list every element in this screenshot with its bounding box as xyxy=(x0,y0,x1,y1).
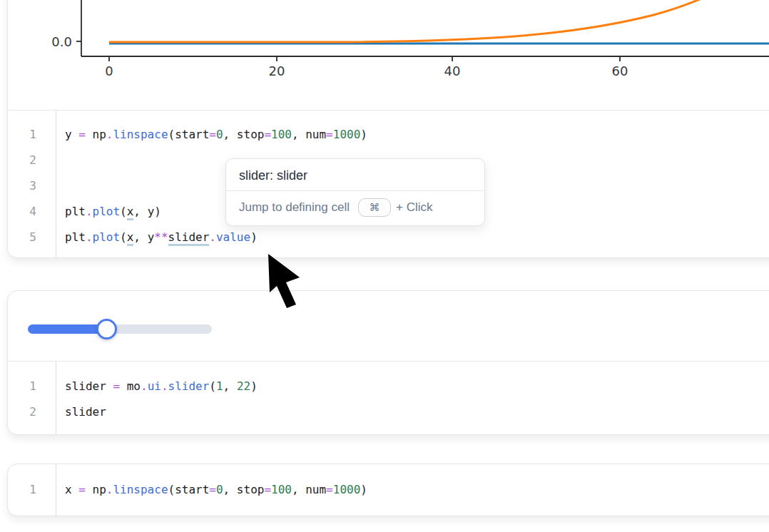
code-token: plot xyxy=(93,205,121,218)
code-token: mo xyxy=(120,379,141,393)
code-token: linspace xyxy=(113,483,168,496)
series-line-orange xyxy=(109,0,751,42)
code-token: ) xyxy=(360,483,367,496)
code-line[interactable]: 2slider xyxy=(8,399,769,425)
variable-occurrence: slider xyxy=(168,230,210,246)
slider-output xyxy=(8,291,769,361)
code-token: . xyxy=(86,205,93,218)
code-line[interactable]: 5plt.plot(x, y**slider.value) xyxy=(8,225,769,250)
code-token: 100 xyxy=(271,128,292,141)
code-token: . xyxy=(161,379,168,393)
code-editor[interactable]: 1slider = mo.ui.slider(1, 22)2slider xyxy=(8,362,769,434)
y-tick-label: 0.0 xyxy=(51,34,72,49)
x-tick-label: 60 xyxy=(612,63,628,78)
code-token: , stop xyxy=(223,128,265,141)
x-tick-label: 40 xyxy=(444,63,461,78)
code-token: ** xyxy=(154,230,168,244)
x-tick-label: 0 xyxy=(105,63,113,78)
code-token: = xyxy=(113,379,120,393)
code-token: np xyxy=(86,483,106,496)
code-text[interactable] xyxy=(56,173,65,199)
code-token: . xyxy=(86,230,93,244)
code-token: . xyxy=(106,128,113,141)
code-text[interactable]: x = np.linspace(start=0, stop=100, num=1… xyxy=(56,477,367,503)
code-text[interactable]: slider = mo.ui.slider(1, 22) xyxy=(56,374,258,399)
code-token: ( xyxy=(120,205,127,218)
code-token: slider xyxy=(65,405,106,419)
code-text[interactable] xyxy=(56,148,65,173)
plot-output: 0.0 0 20 40 60 xyxy=(8,0,769,110)
code-token: , y) xyxy=(133,205,161,218)
code-token: = xyxy=(78,483,86,496)
code-token: . xyxy=(106,483,113,496)
code-token: (start xyxy=(168,128,210,141)
line-number: 1 xyxy=(8,374,56,399)
code-token: . xyxy=(209,230,216,244)
code-token: , xyxy=(223,379,237,393)
line-number: 2 xyxy=(8,148,56,173)
code-token: slider xyxy=(168,379,210,393)
code-token: x xyxy=(65,483,78,496)
code-token: ) xyxy=(250,379,258,393)
code-token: plt xyxy=(65,230,86,244)
x-definition-cell: 1x = np.linspace(start=0, stop=100, num=… xyxy=(7,464,769,516)
code-token: = xyxy=(326,483,333,496)
code-token: ) xyxy=(360,128,367,141)
code-token: plot xyxy=(93,230,121,244)
code-token: ui xyxy=(148,379,161,393)
code-token: , num xyxy=(292,483,326,496)
gutter-rule xyxy=(56,464,56,516)
code-token: linspace xyxy=(113,128,168,141)
variable-occurrence: x xyxy=(127,205,134,220)
code-line[interactable]: 1y = np.linspace(start=0, stop=100, num=… xyxy=(8,122,769,148)
x-tick-label: 20 xyxy=(269,63,285,78)
code-token: 1000 xyxy=(333,483,361,496)
code-text[interactable]: slider xyxy=(56,399,106,425)
gutter-rule xyxy=(56,362,56,434)
code-token: 1 xyxy=(216,379,223,393)
code-token: 22 xyxy=(237,379,250,393)
line-number: 3 xyxy=(8,173,56,199)
code-token: 1000 xyxy=(333,128,361,141)
mouse-cursor-icon xyxy=(264,251,307,315)
code-token: y xyxy=(65,128,78,141)
slider-thumb[interactable] xyxy=(96,319,117,339)
code-token: 0 xyxy=(216,128,223,141)
tooltip-action-row: Jump to defining cell ⌘ + Click xyxy=(226,191,484,225)
code-token: ( xyxy=(209,379,216,393)
slider-track[interactable] xyxy=(28,324,212,334)
code-token: ) xyxy=(250,230,258,244)
code-token: = xyxy=(326,128,333,141)
code-token: plt xyxy=(65,205,86,218)
code-line[interactable]: 1x = np.linspace(start=0, stop=100, num=… xyxy=(8,477,769,503)
hover-tooltip: slider: slider Jump to defining cell ⌘ +… xyxy=(225,158,485,226)
tooltip-action-suffix: + Click xyxy=(396,200,432,215)
code-line[interactable]: 1slider = mo.ui.slider(1, 22) xyxy=(8,374,769,399)
code-text[interactable]: plt.plot(x, y) xyxy=(56,199,161,225)
code-token: , stop xyxy=(223,483,265,496)
code-text[interactable]: plt.plot(x, y**slider.value) xyxy=(56,225,258,250)
code-token: = xyxy=(78,128,86,141)
code-token: (start xyxy=(168,483,210,496)
code-token: = xyxy=(209,128,216,141)
slider-cell: 1slider = mo.ui.slider(1, 22)2slider xyxy=(7,290,769,435)
code-token: , y xyxy=(133,230,154,244)
gutter-rule xyxy=(56,111,56,257)
variable-occurrence: x xyxy=(127,230,134,246)
code-token: 0 xyxy=(216,483,223,496)
line-number: 5 xyxy=(8,225,56,250)
line-number: 1 xyxy=(8,477,56,503)
code-token: = xyxy=(209,483,216,496)
notebook-canvas: 0.0 0 20 40 60 1y = np.linspace(start=0,… xyxy=(0,0,769,532)
line-number: 4 xyxy=(8,199,56,225)
code-text[interactable]: y = np.linspace(start=0, stop=100, num=1… xyxy=(56,122,367,148)
tooltip-title: slider: slider xyxy=(226,159,484,190)
line-number: 2 xyxy=(8,399,56,425)
code-token: , num xyxy=(292,128,326,141)
code-token: slider xyxy=(65,379,113,393)
line-number: 1 xyxy=(8,122,56,148)
code-editor[interactable]: 1x = np.linspace(start=0, stop=100, num=… xyxy=(8,464,769,516)
matplotlib-plot: 0.0 0 20 40 60 xyxy=(8,0,769,110)
code-token: 100 xyxy=(271,483,292,496)
code-token: = xyxy=(264,483,271,496)
